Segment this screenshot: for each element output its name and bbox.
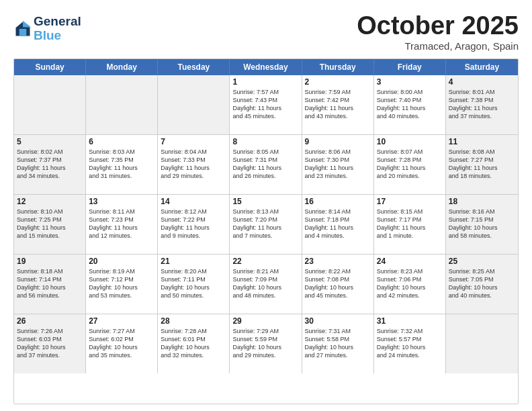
month-title: October 2025 bbox=[357, 12, 519, 40]
calendar-cell: 6Sunrise: 8:03 AM Sunset: 7:35 PM Daylig… bbox=[86, 135, 158, 194]
calendar-cell: 30Sunrise: 7:31 AM Sunset: 5:58 PM Dayli… bbox=[302, 314, 374, 373]
calendar-cell: 23Sunrise: 8:22 AM Sunset: 7:08 PM Dayli… bbox=[302, 255, 374, 314]
weekday-header: Sunday bbox=[14, 59, 86, 75]
day-number: 9 bbox=[305, 137, 371, 146]
day-info: Sunrise: 8:18 AM Sunset: 7:14 PM Dayligh… bbox=[17, 267, 83, 300]
calendar-week-row: 1Sunrise: 7:57 AM Sunset: 7:43 PM Daylig… bbox=[14, 75, 518, 135]
weekday-header: Thursday bbox=[302, 59, 374, 75]
day-info: Sunrise: 7:27 AM Sunset: 6:02 PM Dayligh… bbox=[89, 327, 154, 360]
day-info: Sunrise: 7:28 AM Sunset: 6:01 PM Dayligh… bbox=[161, 327, 226, 360]
day-info: Sunrise: 8:14 AM Sunset: 7:18 PM Dayligh… bbox=[305, 208, 371, 240]
day-info: Sunrise: 8:20 AM Sunset: 7:11 PM Dayligh… bbox=[161, 267, 226, 300]
calendar-cell: 18Sunrise: 8:16 AM Sunset: 7:15 PM Dayli… bbox=[446, 195, 518, 254]
calendar-week-row: 26Sunrise: 7:26 AM Sunset: 6:03 PM Dayli… bbox=[14, 314, 518, 373]
calendar-cell: 7Sunrise: 8:04 AM Sunset: 7:33 PM Daylig… bbox=[158, 135, 230, 194]
calendar-cell: 29Sunrise: 7:29 AM Sunset: 5:59 PM Dayli… bbox=[230, 314, 302, 373]
weekday-header: Saturday bbox=[446, 59, 518, 75]
day-number: 24 bbox=[377, 257, 443, 266]
day-number: 25 bbox=[449, 257, 515, 266]
day-number: 29 bbox=[232, 316, 298, 326]
day-info: Sunrise: 8:08 AM Sunset: 7:27 PM Dayligh… bbox=[449, 148, 515, 181]
calendar-cell: 11Sunrise: 8:08 AM Sunset: 7:27 PM Dayli… bbox=[446, 135, 518, 194]
calendar: SundayMondayTuesdayWednesdayThursdayFrid… bbox=[13, 58, 519, 404]
calendar-cell: 20Sunrise: 8:19 AM Sunset: 7:12 PM Dayli… bbox=[86, 255, 158, 314]
day-number: 16 bbox=[305, 197, 371, 206]
calendar-cell: 22Sunrise: 8:21 AM Sunset: 7:09 PM Dayli… bbox=[230, 255, 302, 314]
day-info: Sunrise: 8:01 AM Sunset: 7:38 PM Dayligh… bbox=[449, 88, 515, 121]
day-info: Sunrise: 8:11 AM Sunset: 7:23 PM Dayligh… bbox=[89, 208, 154, 240]
calendar-cell: 1Sunrise: 7:57 AM Sunset: 7:43 PM Daylig… bbox=[230, 75, 302, 134]
calendar-cell: 24Sunrise: 8:23 AM Sunset: 7:06 PM Dayli… bbox=[374, 255, 446, 314]
calendar-cell: 10Sunrise: 8:07 AM Sunset: 7:28 PM Dayli… bbox=[374, 135, 446, 194]
logo-line2: Blue bbox=[34, 29, 81, 43]
day-number: 5 bbox=[17, 137, 83, 146]
header: General Blue October 2025 Tramaced, Arag… bbox=[13, 12, 519, 52]
calendar-week-row: 5Sunrise: 8:02 AM Sunset: 7:37 PM Daylig… bbox=[14, 135, 518, 195]
svg-marker-1 bbox=[23, 21, 31, 28]
day-number: 26 bbox=[17, 316, 83, 326]
calendar-cell: 3Sunrise: 8:00 AM Sunset: 7:40 PM Daylig… bbox=[374, 75, 446, 134]
calendar-cell: 26Sunrise: 7:26 AM Sunset: 6:03 PM Dayli… bbox=[14, 314, 86, 373]
day-number: 4 bbox=[449, 77, 515, 87]
day-number: 13 bbox=[89, 197, 154, 206]
day-info: Sunrise: 7:29 AM Sunset: 5:59 PM Dayligh… bbox=[232, 327, 298, 360]
weekday-header: Monday bbox=[86, 59, 158, 75]
calendar-week-row: 12Sunrise: 8:10 AM Sunset: 7:25 PM Dayli… bbox=[14, 195, 518, 255]
day-info: Sunrise: 8:16 AM Sunset: 7:15 PM Dayligh… bbox=[449, 208, 515, 240]
day-info: Sunrise: 8:10 AM Sunset: 7:25 PM Dayligh… bbox=[17, 208, 83, 240]
day-number: 31 bbox=[377, 316, 443, 326]
calendar-cell: 27Sunrise: 7:27 AM Sunset: 6:02 PM Dayli… bbox=[86, 314, 158, 373]
calendar-body: 1Sunrise: 7:57 AM Sunset: 7:43 PM Daylig… bbox=[14, 75, 518, 373]
day-number: 19 bbox=[17, 257, 83, 266]
calendar-cell: 13Sunrise: 8:11 AM Sunset: 7:23 PM Dayli… bbox=[86, 195, 158, 254]
day-info: Sunrise: 8:19 AM Sunset: 7:12 PM Dayligh… bbox=[89, 267, 154, 300]
day-number: 11 bbox=[449, 137, 515, 146]
day-info: Sunrise: 8:21 AM Sunset: 7:09 PM Dayligh… bbox=[232, 267, 298, 300]
day-number: 30 bbox=[305, 316, 371, 326]
day-number: 18 bbox=[449, 197, 515, 206]
day-number: 8 bbox=[232, 137, 298, 146]
logo-line1: General bbox=[34, 15, 81, 29]
day-number: 6 bbox=[89, 137, 154, 146]
calendar-cell: 16Sunrise: 8:14 AM Sunset: 7:18 PM Dayli… bbox=[302, 195, 374, 254]
calendar-cell: 8Sunrise: 8:05 AM Sunset: 7:31 PM Daylig… bbox=[230, 135, 302, 194]
logo-icon bbox=[13, 19, 32, 38]
location-subtitle: Tramaced, Aragon, Spain bbox=[357, 40, 519, 52]
day-info: Sunrise: 8:02 AM Sunset: 7:37 PM Dayligh… bbox=[17, 148, 83, 181]
calendar-cell: 9Sunrise: 8:06 AM Sunset: 7:30 PM Daylig… bbox=[302, 135, 374, 194]
day-number: 7 bbox=[161, 137, 226, 146]
day-number: 1 bbox=[232, 77, 298, 87]
day-info: Sunrise: 8:05 AM Sunset: 7:31 PM Dayligh… bbox=[232, 148, 298, 181]
calendar-cell: 4Sunrise: 8:01 AM Sunset: 7:38 PM Daylig… bbox=[446, 75, 518, 134]
day-number: 2 bbox=[305, 77, 371, 87]
day-info: Sunrise: 8:00 AM Sunset: 7:40 PM Dayligh… bbox=[377, 88, 443, 121]
day-info: Sunrise: 8:13 AM Sunset: 7:20 PM Dayligh… bbox=[232, 208, 298, 240]
calendar-cell: 25Sunrise: 8:25 AM Sunset: 7:05 PM Dayli… bbox=[446, 255, 518, 314]
weekday-header: Tuesday bbox=[158, 59, 230, 75]
weekday-header: Wednesday bbox=[230, 59, 302, 75]
calendar-cell: 19Sunrise: 8:18 AM Sunset: 7:14 PM Dayli… bbox=[14, 255, 86, 314]
day-info: Sunrise: 7:26 AM Sunset: 6:03 PM Dayligh… bbox=[17, 327, 83, 360]
calendar-cell bbox=[158, 75, 230, 134]
calendar-cell: 21Sunrise: 8:20 AM Sunset: 7:11 PM Dayli… bbox=[158, 255, 230, 314]
calendar-week-row: 19Sunrise: 8:18 AM Sunset: 7:14 PM Dayli… bbox=[14, 255, 518, 314]
day-number: 22 bbox=[232, 257, 298, 266]
title-block: October 2025 Tramaced, Aragon, Spain bbox=[357, 12, 519, 52]
day-number: 10 bbox=[377, 137, 443, 146]
day-info: Sunrise: 8:22 AM Sunset: 7:08 PM Dayligh… bbox=[305, 267, 371, 300]
day-number: 27 bbox=[89, 316, 154, 326]
day-info: Sunrise: 7:32 AM Sunset: 5:57 PM Dayligh… bbox=[377, 327, 443, 360]
day-info: Sunrise: 8:25 AM Sunset: 7:05 PM Dayligh… bbox=[449, 267, 515, 300]
calendar-cell: 31Sunrise: 7:32 AM Sunset: 5:57 PM Dayli… bbox=[374, 314, 446, 373]
calendar-cell bbox=[446, 314, 518, 373]
page: General Blue October 2025 Tramaced, Arag… bbox=[0, 0, 532, 411]
day-info: Sunrise: 8:03 AM Sunset: 7:35 PM Dayligh… bbox=[89, 148, 154, 181]
calendar-cell: 14Sunrise: 8:12 AM Sunset: 7:22 PM Dayli… bbox=[158, 195, 230, 254]
day-info: Sunrise: 8:12 AM Sunset: 7:22 PM Dayligh… bbox=[161, 208, 226, 240]
day-number: 15 bbox=[232, 197, 298, 206]
day-number: 14 bbox=[161, 197, 226, 206]
day-info: Sunrise: 8:23 AM Sunset: 7:06 PM Dayligh… bbox=[377, 267, 443, 300]
day-number: 20 bbox=[89, 257, 154, 266]
day-info: Sunrise: 7:57 AM Sunset: 7:43 PM Dayligh… bbox=[232, 88, 298, 121]
calendar-cell bbox=[86, 75, 158, 134]
